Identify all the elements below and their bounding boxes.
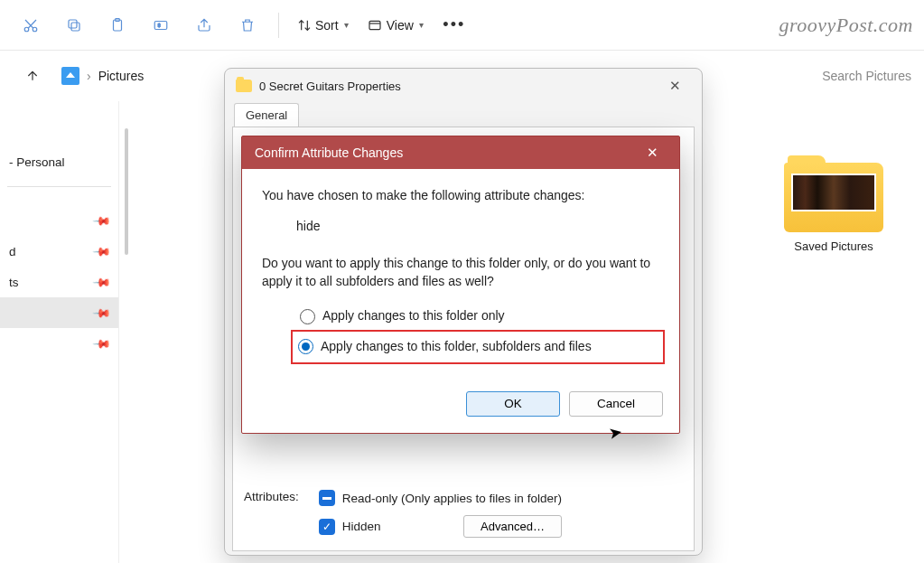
attributes-label: Attributes: xyxy=(244,490,299,503)
confirm-intro: You have chosen to make the following at… xyxy=(262,187,659,205)
svg-point-1 xyxy=(33,27,37,32)
pin-icon: 📌 xyxy=(92,241,112,261)
scrollbar-thumb[interactable] xyxy=(125,128,128,255)
advanced-button[interactable]: Advanced… xyxy=(463,515,562,538)
properties-tabs: General xyxy=(225,103,702,127)
confirm-body: You have chosen to make the following at… xyxy=(242,169,679,384)
more-button[interactable]: ••• xyxy=(434,7,474,43)
sidebar-item-selected[interactable]: 📌 xyxy=(0,297,118,328)
sidebar-item[interactable]: d📌 xyxy=(0,236,118,267)
radio-folder-only-label: Apply changes to this folder only xyxy=(322,307,505,325)
properties-title: 0 Secret Guitars Properties xyxy=(259,80,401,93)
sidebar-separator xyxy=(7,186,111,187)
chevron-down-icon: ▾ xyxy=(419,20,424,30)
pin-icon: 📌 xyxy=(92,303,112,323)
confirm-button-row: OK Cancel xyxy=(242,384,679,433)
delete-button[interactable] xyxy=(228,7,267,43)
svg-rect-6 xyxy=(154,21,167,29)
search-input[interactable]: Search Pictures xyxy=(822,69,911,83)
pin-icon: 📌 xyxy=(92,272,112,292)
explorer-toolbar: Sort ▾ View ▾ ••• groovyPost.com xyxy=(0,0,924,51)
navigation-pane: - Personal 📌 d📌 ts📌 📌 📌 xyxy=(0,101,119,563)
svg-rect-7 xyxy=(369,21,380,29)
share-button[interactable] xyxy=(184,7,224,43)
close-button[interactable]: ✕ xyxy=(658,73,691,99)
radio-folder-only[interactable]: Apply changes to this folder only xyxy=(296,303,659,330)
properties-titlebar[interactable]: 0 Secret Guitars Properties ✕ xyxy=(225,69,702,103)
svg-point-0 xyxy=(24,27,29,32)
sidebar-item[interactable]: 📌 xyxy=(0,205,118,236)
radio-recursive-label: Apply changes to this folder, subfolders… xyxy=(321,338,592,356)
readonly-checkbox-row[interactable]: Read-only (Only applies to files in fold… xyxy=(319,490,562,506)
sidebar-item-personal[interactable]: - Personal xyxy=(0,146,118,177)
sidebar-item[interactable]: 📌 xyxy=(0,328,118,359)
paste-button[interactable] xyxy=(98,7,137,43)
readonly-label: Read-only (Only applies to files in fold… xyxy=(342,492,562,505)
chevron-right-icon: › xyxy=(87,69,91,83)
pin-icon: 📌 xyxy=(92,333,112,353)
cancel-button[interactable]: Cancel xyxy=(569,391,663,417)
ok-button[interactable]: OK xyxy=(466,391,560,417)
hidden-checkbox-row[interactable]: Hidden Advanced… xyxy=(319,515,562,538)
folder-label: Saved Pictures xyxy=(770,239,897,253)
cut-button[interactable] xyxy=(11,7,51,43)
checkbox-indeterminate-icon xyxy=(319,490,335,506)
confirm-attribute-dialog: Confirm Attribute Changes ✕ You have cho… xyxy=(241,136,680,434)
saved-pictures-folder[interactable]: Saved Pictures xyxy=(770,155,897,253)
radio-off-icon xyxy=(300,309,315,324)
tab-general[interactable]: General xyxy=(234,103,299,127)
confirm-title-text: Confirm Attribute Changes xyxy=(255,145,403,160)
view-button[interactable]: View ▾ xyxy=(359,7,431,43)
sort-label: Sort xyxy=(315,18,339,33)
radio-recursive[interactable]: Apply changes to this folder, subfolders… xyxy=(294,333,661,361)
view-label: View xyxy=(387,18,414,33)
close-button[interactable]: ✕ xyxy=(638,145,667,161)
radio-group: Apply changes to this folder only Apply … xyxy=(296,303,659,363)
radio-on-icon xyxy=(298,339,313,354)
pictures-icon xyxy=(61,67,79,85)
rename-button[interactable] xyxy=(141,7,181,43)
sidebar-item[interactable]: ts📌 xyxy=(0,267,118,297)
pin-icon: 📌 xyxy=(92,211,112,230)
watermark-text: groovyPost.com xyxy=(779,14,913,37)
checkbox-checked-icon xyxy=(319,519,335,535)
hidden-label: Hidden xyxy=(342,520,381,533)
folder-icon xyxy=(236,80,252,92)
toolbar-separator xyxy=(278,13,279,38)
sort-button[interactable]: Sort ▾ xyxy=(290,7,356,43)
svg-rect-2 xyxy=(71,23,79,31)
svg-rect-3 xyxy=(69,20,77,28)
breadcrumb-location: Pictures xyxy=(98,69,145,83)
highlight-annotation: Apply changes to this folder, subfolders… xyxy=(291,330,665,364)
confirm-change-value: hide xyxy=(296,218,659,236)
breadcrumb[interactable]: › Pictures xyxy=(54,60,151,92)
up-button[interactable] xyxy=(20,63,45,89)
copy-button[interactable] xyxy=(54,7,94,43)
confirm-titlebar[interactable]: Confirm Attribute Changes ✕ xyxy=(242,136,679,169)
chevron-down-icon: ▾ xyxy=(344,20,349,30)
confirm-question: Do you want to apply this change to this… xyxy=(262,255,659,290)
